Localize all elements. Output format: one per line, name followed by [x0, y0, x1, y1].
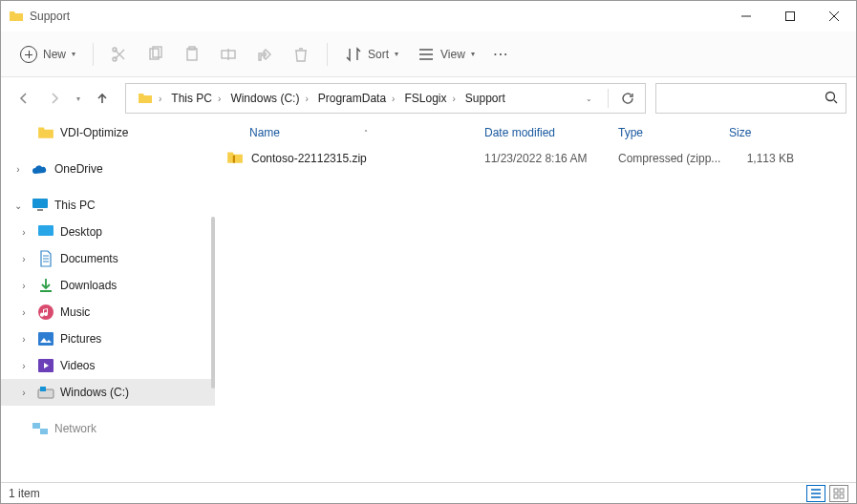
scissors-icon — [111, 46, 128, 63]
view-icon — [418, 46, 435, 63]
search-icon[interactable] — [825, 91, 838, 107]
chevron-down-icon: ▾ — [395, 50, 398, 58]
svg-rect-11 — [38, 225, 54, 236]
picture-icon — [37, 330, 54, 347]
svg-rect-10 — [37, 209, 43, 211]
clipboard-icon — [183, 46, 201, 63]
cloud-icon — [32, 160, 49, 178]
expand-icon[interactable]: › — [16, 307, 32, 318]
overflow-button[interactable]: ··· — [486, 38, 517, 71]
sort-label: Sort — [368, 48, 389, 61]
folder-icon — [9, 9, 24, 24]
breadcrumb-segment[interactable]: This PC› — [167, 92, 226, 105]
separator — [608, 89, 609, 108]
chevron-right-icon: › — [303, 94, 310, 104]
expand-icon[interactable]: › — [16, 281, 32, 291]
column-header-type[interactable]: Type — [618, 126, 729, 139]
tree-item-this-pc[interactable]: ⌄ This PC — [1, 192, 215, 219]
close-button[interactable] — [812, 1, 856, 32]
cut-button[interactable] — [103, 38, 136, 71]
scrollbar[interactable] — [211, 217, 215, 388]
details-view-toggle[interactable] — [806, 485, 825, 502]
sort-icon — [345, 46, 362, 63]
new-button[interactable]: New ▾ — [12, 38, 83, 71]
file-date: 11/23/2022 8:16 AM — [484, 152, 618, 165]
svg-rect-19 — [233, 155, 235, 162]
tree-item-downloads[interactable]: › Downloads — [1, 272, 215, 299]
column-header-name[interactable]: Name ˄ — [249, 126, 484, 139]
view-button[interactable]: View ▾ — [410, 38, 482, 71]
address-history-button[interactable]: ⌄ — [575, 85, 602, 112]
svg-rect-21 — [840, 489, 844, 493]
tree-item-music[interactable]: › Music — [1, 299, 215, 326]
chevron-right-icon: › — [216, 94, 223, 104]
minimize-button[interactable] — [724, 1, 768, 32]
expand-icon[interactable]: › — [16, 388, 32, 398]
expand-icon[interactable]: › — [11, 164, 26, 175]
tree-item-videos[interactable]: › Videos — [1, 352, 215, 379]
rename-button[interactable] — [212, 38, 245, 71]
breadcrumb-segment[interactable]: Windows (C:)› — [226, 92, 313, 105]
tree-item-windows-c[interactable]: › Windows (C:) — [1, 379, 215, 406]
desktop-icon — [37, 223, 54, 241]
svg-rect-13 — [38, 332, 54, 346]
expand-icon[interactable]: › — [16, 334, 32, 345]
refresh-button[interactable] — [614, 85, 641, 112]
svg-rect-18 — [40, 429, 48, 434]
breadcrumb-root-icon[interactable]: › — [134, 91, 167, 106]
back-button[interactable] — [11, 85, 37, 112]
expand-icon[interactable]: › — [16, 227, 32, 238]
chevron-down-icon: ▾ — [471, 50, 475, 58]
paste-button[interactable] — [176, 38, 208, 71]
delete-button[interactable] — [285, 38, 317, 71]
file-size: 1,113 KB — [729, 152, 805, 165]
drive-icon — [37, 384, 54, 401]
item-count: 1 item — [9, 487, 40, 500]
sort-button[interactable]: Sort ▾ — [337, 38, 406, 71]
zip-file-icon — [226, 149, 244, 169]
status-bar: 1 item — [1, 482, 856, 503]
up-button[interactable] — [89, 85, 116, 112]
tree-item-onedrive[interactable]: › OneDrive — [1, 156, 215, 182]
chevron-right-icon: › — [157, 94, 163, 104]
expand-icon[interactable]: › — [16, 361, 32, 371]
breadcrumb-segment[interactable]: ProgramData› — [314, 92, 401, 105]
navigation-tree[interactable]: VDI-Optimize › OneDrive ⌄ This PC › Desk… — [1, 119, 215, 482]
sort-ascending-icon: ˄ — [364, 129, 368, 137]
breadcrumb-segment[interactable]: Support — [461, 92, 509, 105]
tree-item-network[interactable]: Network — [1, 415, 215, 442]
expand-icon[interactable]: › — [16, 254, 32, 264]
maximize-button[interactable] — [768, 1, 812, 32]
tree-item-vdi-optimize[interactable]: VDI-Optimize — [1, 119, 215, 146]
search-input[interactable] — [664, 91, 825, 106]
trash-icon — [292, 46, 310, 63]
main: VDI-Optimize › OneDrive ⌄ This PC › Desk… — [1, 119, 856, 482]
tree-item-documents[interactable]: › Documents — [1, 245, 215, 272]
tree-item-desktop[interactable]: › Desktop — [1, 219, 215, 245]
document-icon — [37, 250, 54, 267]
navigation-row: ▾ › This PC› Windows (C:)› ProgramData› … — [1, 77, 856, 119]
svg-rect-16 — [40, 387, 46, 391]
ellipsis-icon: ··· — [494, 48, 509, 61]
column-header-size[interactable]: Size — [729, 126, 805, 139]
file-name: Contoso-22112315.zip — [251, 152, 367, 165]
address-bar[interactable]: › This PC› Windows (C:)› ProgramData› FS… — [125, 83, 646, 114]
thumbnails-view-toggle[interactable] — [829, 485, 848, 502]
tree-item-pictures[interactable]: › Pictures — [1, 326, 215, 352]
copy-button[interactable] — [139, 38, 172, 71]
file-type: Compressed (zipp... — [618, 152, 729, 165]
toolbar: New ▾ Sort ▾ View ▾ ··· — [1, 32, 856, 77]
svg-rect-5 — [187, 49, 197, 60]
download-icon — [37, 277, 54, 294]
file-row[interactable]: Contoso-22112315.zip 11/23/2022 8:16 AM … — [215, 146, 856, 171]
music-icon — [37, 304, 54, 321]
search-box[interactable] — [655, 83, 846, 114]
forward-button[interactable] — [41, 85, 68, 112]
column-header-date[interactable]: Date modified — [484, 126, 618, 139]
share-button[interactable] — [248, 38, 281, 71]
column-headers: Name ˄ Date modified Type Size — [215, 119, 856, 146]
recent-locations-button[interactable]: ▾ — [72, 85, 85, 112]
network-icon — [32, 420, 49, 437]
collapse-icon[interactable]: ⌄ — [11, 200, 26, 211]
breadcrumb-segment[interactable]: FSLogix› — [400, 92, 461, 105]
